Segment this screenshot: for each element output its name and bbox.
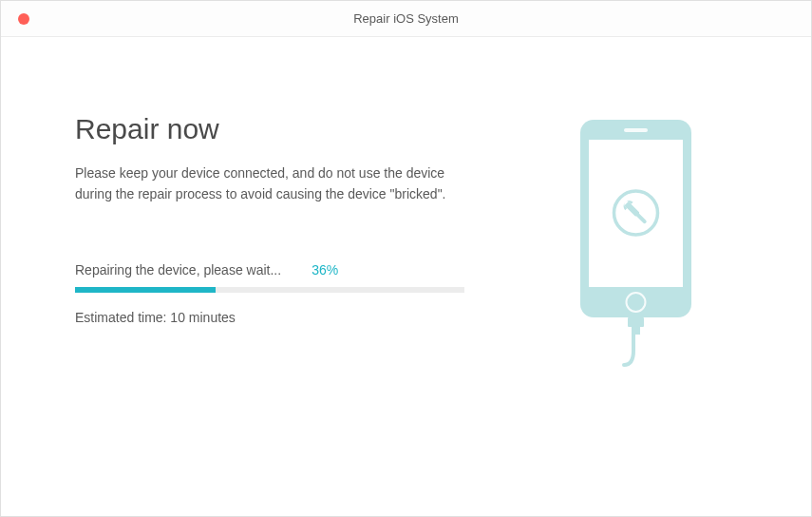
close-button[interactable] (18, 13, 29, 25)
progress-percent: 36% (312, 262, 338, 278)
window-title: Repair iOS System (1, 11, 811, 26)
status-text: Repairing the device, please wait... (75, 262, 281, 278)
app-window: Repair iOS System Repair now Please keep… (0, 0, 812, 517)
instruction-text: Please keep your device connected, and d… (75, 163, 474, 205)
right-panel (531, 113, 740, 459)
svg-rect-2 (624, 128, 648, 132)
phone-repair-icon (576, 118, 695, 370)
progress-bar (75, 287, 464, 293)
status-row: Repairing the device, please wait... 36% (75, 262, 531, 278)
svg-rect-5 (628, 317, 644, 327)
page-heading: Repair now (75, 113, 531, 145)
titlebar: Repair iOS System (1, 1, 811, 37)
progress-fill (75, 287, 216, 293)
estimated-time: Estimated time: 10 minutes (75, 310, 531, 325)
left-panel: Repair now Please keep your device conne… (75, 113, 531, 459)
content-area: Repair now Please keep your device conne… (1, 37, 811, 516)
